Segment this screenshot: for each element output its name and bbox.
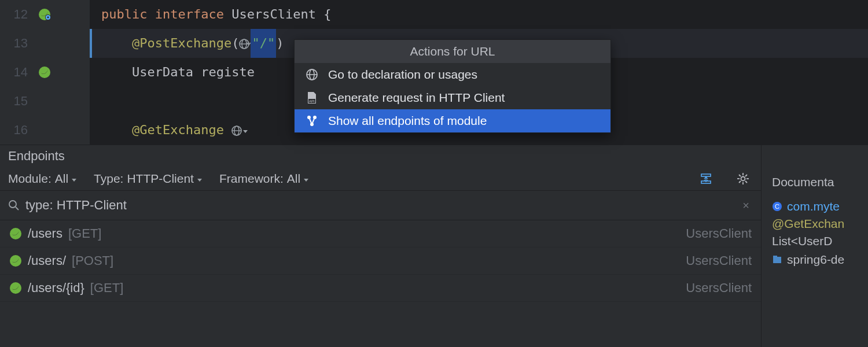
svg-line-27 [739,181,741,183]
svg-point-20 [741,177,745,181]
documentation-panel: Documenta C com.myte @GetExchan List<Use… [761,145,868,347]
spring-icon [9,282,22,294]
endpoint-row[interactable]: /users/ [POST] UsersClient [0,248,761,275]
actions-popup: Actions for URL Go to declaration or usa… [294,39,611,133]
editor-gutter: 12 13 14 15 16 [0,0,90,145]
globe-icon [304,68,320,82]
tool-window-title: Endpoints [0,145,761,167]
filter-type[interactable]: Type: HTTP-Client [94,172,202,186]
gear-icon[interactable] [737,172,749,185]
search-input[interactable] [25,198,733,213]
endpoints-icon [304,114,320,128]
endpoint-path: /users/{id} [28,280,84,296]
popup-item-show-all-endpoints[interactable]: Show all endpoints of module [295,109,610,132]
endpoints-tool-window: Endpoints Module: All Type: HTTP-Client … [0,145,868,347]
filter-module[interactable]: Module: All [8,172,76,186]
filter-bar: Module: All Type: HTTP-Client Framework:… [0,167,761,190]
svg-line-26 [745,181,747,183]
svg-line-25 [739,175,741,176]
api-file-icon: API [304,91,320,105]
svg-point-29 [9,201,16,208]
filter-framework[interactable]: Framework: All [219,172,308,186]
svg-point-32 [10,255,21,267]
gutter-row: 13 [0,29,90,58]
popup-item-label: Go to declaration or usages [328,68,477,82]
popup-title: Actions for URL [295,40,610,63]
svg-line-30 [16,207,19,210]
endpoint-row[interactable]: /users [GET] UsersClient [0,220,761,248]
gutter-row: 12 [0,0,90,29]
svg-point-31 [10,228,21,239]
line-number: 14 [10,65,28,80]
chevron-down-icon [197,172,202,186]
code-line[interactable]: public interface UsersClient { [90,0,868,29]
popup-item-label: Generate request in HTTP Client [328,91,505,105]
expand-collapse-icon[interactable] [700,172,712,185]
endpoint-row[interactable]: /users/{id} [GET] UsersClient [0,275,761,302]
svg-rect-37 [773,256,777,258]
gutter-row: 14 [0,58,90,87]
popup-item-generate-http-request[interactable]: API Generate request in HTTP Client [295,86,610,109]
endpoints-panel: Endpoints Module: All Type: HTTP-Client … [0,145,761,347]
endpoint-method: [GET] [68,226,101,241]
endpoint-method: [GET] [90,280,123,296]
svg-line-28 [745,175,747,176]
popup-item-goto-declaration[interactable]: Go to declaration or usages [295,63,610,86]
chevron-down-icon[interactable] [243,123,248,137]
popup-item-label: Show all endpoints of module [328,114,487,128]
search-icon [8,200,20,211]
gutter-row: 15 [0,87,90,116]
class-icon: C [772,201,782,212]
endpoint-list: /users [GET] UsersClient /users/ [POST] … [0,220,761,347]
line-number: 16 [10,123,28,138]
svg-rect-18 [701,174,711,176]
line-number: 15 [10,94,28,109]
svg-text:API: API [309,99,315,103]
endpoint-owner: UsersClient [686,253,752,268]
chevron-down-icon [304,172,308,186]
endpoint-path: /users/ [28,253,66,268]
line-number: 13 [10,36,28,51]
doc-type-row: List<UserD [772,234,868,248]
endpoint-method: [POST] [72,253,113,268]
search-bar: × [0,190,761,220]
doc-annotation-row: @GetExchan [772,217,868,231]
svg-point-33 [10,282,21,294]
globe-icon[interactable] [231,125,243,136]
gutter-row: 16 [0,116,90,145]
caret-line-indicator [90,29,92,58]
chevron-down-icon [72,172,76,186]
endpoint-owner: UsersClient [686,226,752,241]
spring-icon[interactable] [38,66,51,79]
spring-icon [9,254,22,267]
module-icon [772,254,782,265]
svg-text:C: C [775,203,779,210]
endpoint-path: /users [28,226,62,241]
spring-icon [9,227,22,240]
doc-module-row[interactable]: spring6-de [772,253,868,267]
documentation-title: Documenta [772,175,868,189]
endpoint-owner: UsersClient [686,280,752,296]
globe-icon[interactable] [239,38,251,50]
line-number: 12 [10,7,28,22]
spring-icon[interactable] [38,8,51,21]
doc-package-row[interactable]: C com.myte [772,200,868,213]
svg-point-3 [39,67,50,78]
close-icon[interactable]: × [739,199,753,212]
